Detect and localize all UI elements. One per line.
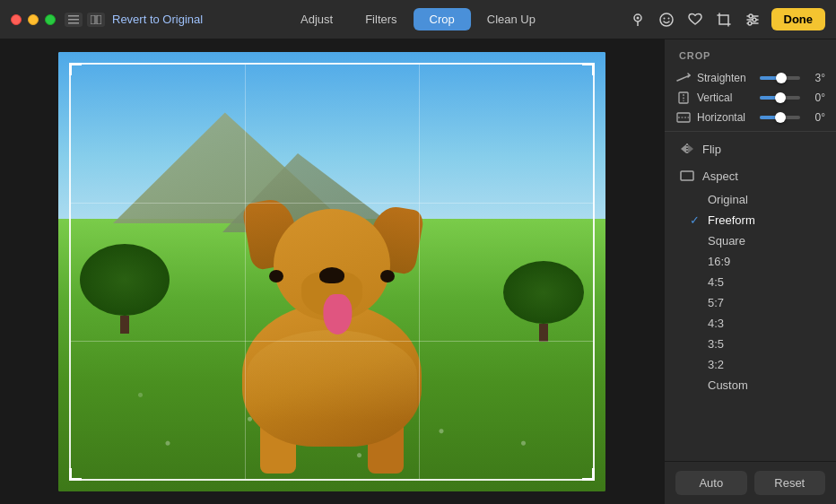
checkmark-3-2 [690, 358, 704, 371]
adjustments-icon[interactable] [743, 10, 762, 30]
aspect-option-4-5[interactable]: 4:5 [665, 272, 836, 292]
svg-point-8 [663, 17, 665, 19]
aspect-option-square[interactable]: Square [665, 230, 836, 251]
horizontal-value: 0° [806, 111, 825, 124]
maximize-button[interactable] [45, 14, 56, 25]
aspect-option-3-2[interactable]: 3:2 [665, 354, 836, 375]
horizontal-thumb[interactable] [775, 112, 786, 123]
vertical-icon [675, 91, 692, 104]
aspect-icon [679, 168, 695, 184]
aspect-item[interactable]: Aspect [665, 162, 836, 189]
tab-crop[interactable]: Crop [414, 8, 471, 30]
aspect-option-freeform[interactable]: ✓ Freeform [665, 210, 836, 230]
checkmark-freeform: ✓ [690, 213, 704, 227]
tree-right-group [503, 261, 584, 342]
tree-left-canopy [80, 244, 170, 316]
svg-rect-3 [91, 15, 95, 24]
aspect-label: Aspect [702, 169, 738, 183]
nav-tabs: Adjust Filters Crop Clean Up [284, 8, 552, 30]
horizontal-row: Horizontal 0° [665, 108, 836, 127]
checkmark-4-3 [690, 317, 704, 330]
aspect-option-16-9[interactable]: 16:9 [665, 251, 836, 272]
location-icon[interactable] [628, 10, 648, 30]
checkmark-square [690, 234, 704, 248]
checkmark-5-7 [690, 296, 704, 309]
horizontal-icon [675, 111, 692, 124]
toolbar-right: Done [628, 8, 826, 30]
crop-icon[interactable] [714, 10, 734, 30]
horizontal-label: Horizontal [697, 111, 754, 124]
revert-button[interactable]: Revert to Original [112, 13, 203, 26]
horizontal-slider[interactable] [760, 116, 800, 119]
titlebar: Revert to Original Adjust Filters Crop C… [0, 0, 836, 39]
vertical-value: 0° [806, 91, 825, 104]
traffic-lights [11, 14, 56, 25]
window-controls [65, 13, 105, 27]
checkmark-custom [690, 378, 704, 392]
sidebar-toggle[interactable] [65, 13, 83, 27]
dog-fur [247, 330, 417, 420]
vertical-slider[interactable] [760, 96, 800, 100]
auto-button[interactable]: Auto [675, 471, 747, 495]
svg-rect-2 [68, 22, 79, 24]
close-button[interactable] [11, 14, 22, 25]
dog-nose [319, 267, 344, 283]
photo-area [0, 39, 664, 504]
done-button[interactable]: Done [771, 8, 826, 30]
flip-icon [679, 141, 695, 157]
main-content: CROP Straighten 3° [0, 39, 836, 504]
tab-cleanup[interactable]: Clean Up [471, 8, 552, 30]
tree-left-trunk [120, 316, 129, 334]
tab-filters[interactable]: Filters [349, 8, 413, 30]
tree-right-canopy [503, 261, 584, 324]
heart-icon[interactable] [685, 10, 705, 30]
checkmark-original [690, 193, 704, 206]
svg-point-12 [748, 22, 752, 25]
divider-1 [665, 131, 836, 132]
checkmark-4-5 [690, 275, 704, 289]
vertical-row: Vertical 0° [665, 88, 836, 108]
reset-button[interactable]: Reset [754, 471, 826, 495]
svg-point-7 [660, 13, 673, 26]
svg-rect-0 [68, 15, 79, 17]
aspect-option-4-3[interactable]: 4:3 [665, 313, 836, 334]
straighten-row: Straighten 3° [665, 68, 836, 88]
checkmark-3-5 [690, 337, 704, 351]
emoji-icon[interactable] [657, 10, 676, 30]
flip-label: Flip [702, 143, 721, 156]
flip-item[interactable]: Flip [665, 135, 836, 162]
straighten-slider[interactable] [760, 76, 800, 80]
layout-toggle[interactable] [87, 13, 105, 27]
aspect-option-custom[interactable]: Custom [665, 375, 836, 395]
dog-tongue [323, 294, 352, 335]
tree-left-group [80, 244, 170, 334]
straighten-value: 3° [806, 72, 825, 84]
tree-right-trunk [539, 324, 548, 342]
checkmark-16-9 [690, 255, 704, 268]
right-panel: CROP Straighten 3° [664, 39, 836, 504]
vertical-label: Vertical [697, 91, 754, 104]
vertical-thumb[interactable] [775, 92, 786, 103]
svg-point-9 [667, 17, 669, 19]
minimize-button[interactable] [28, 14, 39, 25]
svg-rect-15 [681, 171, 693, 180]
svg-rect-1 [68, 19, 79, 21]
straighten-icon [675, 72, 692, 84]
straighten-label: Straighten [697, 72, 754, 84]
tab-adjust[interactable]: Adjust [284, 8, 349, 30]
aspect-option-5-7[interactable]: 5:7 [665, 292, 836, 313]
straighten-thumb[interactable] [776, 73, 787, 83]
photo-container [58, 52, 605, 491]
svg-rect-4 [97, 15, 101, 24]
dog-eye-right [380, 270, 395, 282]
aspect-option-original[interactable]: Original [665, 189, 836, 210]
svg-point-6 [636, 16, 639, 19]
dog-eye-left [269, 270, 283, 282]
panel-title: CROP [665, 39, 836, 68]
svg-point-11 [753, 18, 756, 22]
aspect-option-3-5[interactable]: 3:5 [665, 334, 836, 354]
panel-footer: Auto Reset [665, 461, 836, 504]
photo-image [58, 52, 605, 491]
svg-point-10 [749, 14, 753, 18]
